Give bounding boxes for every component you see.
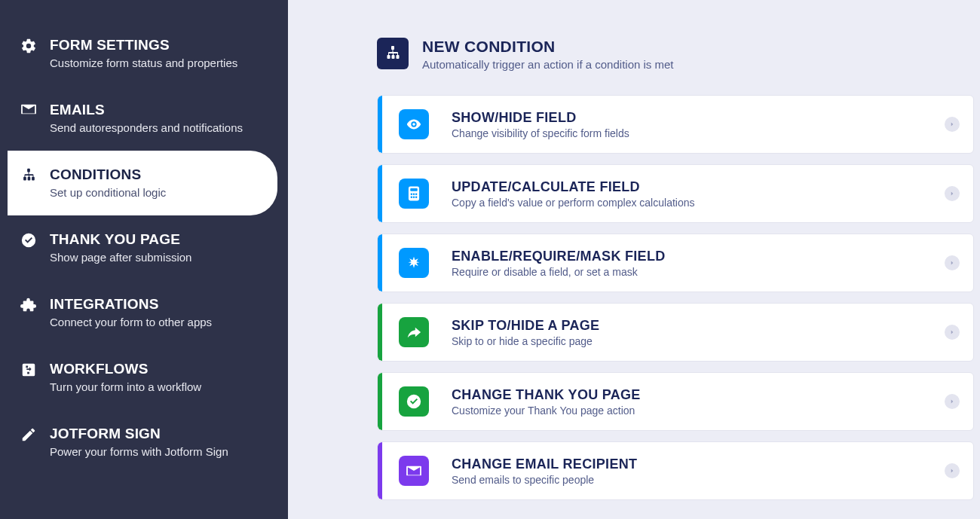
- envelope-icon: [18, 101, 39, 116]
- sidebar-item-workflows[interactable]: WORKFLOWS Turn your form into a workflow: [0, 345, 288, 410]
- svg-point-4: [415, 194, 418, 196]
- sidebar-item-desc: Turn your form into a workflow: [50, 380, 201, 395]
- card-change-email-recipient[interactable]: CHANGE EMAIL RECIPIENT Send emails to sp…: [377, 441, 974, 500]
- chevron-right-icon: [945, 255, 960, 270]
- gear-icon: [18, 36, 39, 54]
- sidebar-item-emails[interactable]: EMAILS Send autoresponders and notificat…: [0, 86, 288, 151]
- card-title: CHANGE THANK YOU PAGE: [452, 387, 641, 403]
- condition-type-list: SHOW/HIDE FIELD Change visibility of spe…: [377, 95, 974, 500]
- sidebar-item-desc: Show page after submission: [50, 250, 191, 265]
- card-title: UPDATE/CALCULATE FIELD: [452, 179, 695, 195]
- check-circle-icon: [18, 230, 39, 249]
- card-title: SKIP TO/HIDE A PAGE: [452, 318, 599, 334]
- sidebar-item-thank-you-page[interactable]: THANK YOU PAGE Show page after submissio…: [0, 215, 288, 280]
- accent-bar: [378, 304, 382, 361]
- sidebar-item-conditions[interactable]: CONDITIONS Set up conditional logic: [8, 151, 277, 215]
- accent-bar: [378, 234, 382, 292]
- sidebar-item-jotform-sign[interactable]: JOTFORM SIGN Power your forms with Jotfo…: [0, 410, 288, 475]
- card-update-calculate-field[interactable]: UPDATE/CALCULATE FIELD Copy a field's va…: [377, 164, 974, 223]
- asterisk-icon: [399, 248, 429, 278]
- card-desc: Require or disable a field, or set a mas…: [452, 266, 666, 278]
- svg-rect-1: [410, 188, 417, 191]
- svg-point-2: [411, 194, 413, 196]
- sidebar-item-desc: Customize form status and properties: [50, 56, 237, 71]
- chevron-right-icon: [945, 463, 960, 478]
- sidebar-item-title: CONDITIONS: [50, 166, 166, 184]
- eye-icon: [399, 109, 429, 139]
- card-title: SHOW/HIDE FIELD: [452, 110, 629, 126]
- page-header: NEW CONDITION Automatically trigger an a…: [377, 38, 974, 71]
- chevron-right-icon: [945, 186, 960, 201]
- sidebar-item-title: WORKFLOWS: [50, 360, 201, 378]
- card-skip-to-hide-page[interactable]: SKIP TO/HIDE A PAGE Skip to or hide a sp…: [377, 303, 974, 362]
- card-desc: Change visibility of specific form field…: [452, 127, 629, 139]
- sidebar-item-title: FORM SETTINGS: [50, 36, 237, 54]
- sidebar-item-title: EMAILS: [50, 101, 243, 119]
- sitemap-icon: [377, 38, 409, 69]
- page-title: NEW CONDITION: [422, 38, 674, 56]
- card-title: CHANGE EMAIL RECIPIENT: [452, 456, 637, 472]
- svg-point-5: [411, 196, 413, 198]
- chevron-right-icon: [945, 394, 960, 409]
- chevron-right-icon: [945, 117, 960, 132]
- sidebar-item-desc: Send autoresponders and notifications: [50, 121, 243, 136]
- sidebar-item-title: INTEGRATIONS: [50, 295, 212, 313]
- sidebar-item-desc: Set up conditional logic: [50, 185, 166, 200]
- accent-bar: [378, 442, 382, 499]
- accent-bar: [378, 373, 382, 430]
- workflow-icon: [18, 360, 39, 378]
- sidebar-item-desc: Connect your form to other apps: [50, 315, 212, 330]
- sidebar-item-desc: Power your forms with Jotform Sign: [50, 444, 228, 459]
- card-desc: Skip to or hide a specific page: [452, 335, 599, 347]
- svg-point-3: [413, 194, 415, 196]
- chevron-right-icon: [945, 325, 960, 340]
- sitemap-icon: [18, 166, 39, 184]
- main-content: NEW CONDITION Automatically trigger an a…: [288, 0, 980, 519]
- svg-point-7: [415, 196, 418, 198]
- sidebar: FORM SETTINGS Customize form status and …: [0, 0, 288, 519]
- accent-bar: [378, 96, 382, 153]
- card-title: ENABLE/REQUIRE/MASK FIELD: [452, 249, 666, 264]
- check-circle-icon: [399, 386, 429, 417]
- card-desc: Customize your Thank You page action: [452, 405, 641, 417]
- sidebar-item-form-settings[interactable]: FORM SETTINGS Customize form status and …: [0, 21, 288, 86]
- accent-bar: [378, 165, 382, 222]
- svg-point-6: [413, 196, 415, 198]
- card-desc: Send emails to specific people: [452, 474, 637, 486]
- puzzle-icon: [18, 295, 39, 313]
- sidebar-item-title: THANK YOU PAGE: [50, 230, 191, 249]
- card-show-hide-field[interactable]: SHOW/HIDE FIELD Change visibility of spe…: [377, 95, 974, 154]
- envelope-icon: [399, 456, 429, 486]
- calculator-icon: [399, 179, 429, 209]
- card-change-thank-you-page[interactable]: CHANGE THANK YOU PAGE Customize your Tha…: [377, 372, 974, 431]
- page-subtitle: Automatically trigger an action if a con…: [422, 58, 674, 71]
- card-enable-require-mask-field[interactable]: ENABLE/REQUIRE/MASK FIELD Require or dis…: [377, 234, 974, 292]
- sidebar-item-integrations[interactable]: INTEGRATIONS Connect your form to other …: [0, 280, 288, 345]
- card-desc: Copy a field's value or perform complex …: [452, 197, 695, 209]
- arrow-share-icon: [399, 317, 429, 347]
- pen-icon: [18, 425, 39, 443]
- sidebar-item-title: JOTFORM SIGN: [50, 425, 228, 443]
